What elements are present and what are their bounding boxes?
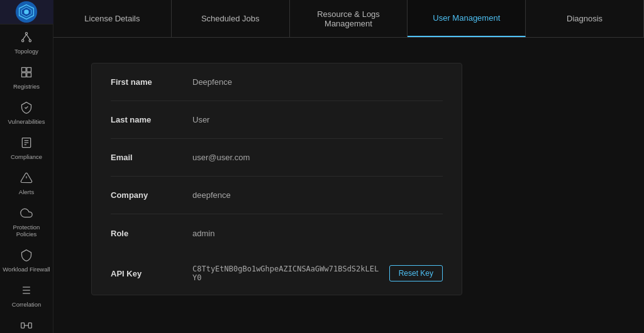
- field-label: Last name: [111, 115, 192, 124]
- sidebar: Topology Registries Vulnerabilities Comp…: [0, 0, 53, 333]
- field-value: User: [192, 115, 443, 124]
- sidebar-item-label: Vulnerabilities: [8, 118, 45, 125]
- svg-rect-10: [27, 73, 31, 77]
- field-value: Deepfence: [192, 77, 443, 87]
- field-label: Company: [111, 190, 192, 200]
- field-label: Role: [111, 229, 192, 238]
- tab-resource-logs[interactable]: Resource & Logs Management: [290, 0, 408, 37]
- alerts-icon: [20, 172, 33, 186]
- workload-firewall-icon: [20, 249, 33, 263]
- svg-rect-20: [21, 323, 25, 328]
- sidebar-item-vulnerabilities[interactable]: Vulnerabilities: [0, 95, 53, 130]
- field-row-role: Role admin: [111, 214, 443, 252]
- field-label: First name: [111, 77, 192, 87]
- field-value: deepfence: [192, 190, 443, 200]
- field-label: Email: [111, 153, 192, 162]
- main-content: License DetailsScheduled JobsResource & …: [53, 0, 644, 333]
- sidebar-item-alerts[interactable]: Alerts: [0, 165, 53, 200]
- sidebar-item-label: Protection Policies: [3, 224, 50, 237]
- api-key-label: API Key: [111, 269, 192, 278]
- reset-key-button[interactable]: Reset Key: [389, 265, 443, 281]
- content-area: First name Deepfence Last name User Emai…: [53, 38, 644, 333]
- tab-bar: License DetailsScheduled JobsResource & …: [53, 0, 644, 38]
- sidebar-item-label: Correlation: [12, 301, 41, 308]
- sidebar-item-topology[interactable]: Topology: [0, 25, 53, 60]
- tab-diagnosis[interactable]: Diagnosis: [526, 0, 644, 37]
- svg-rect-8: [27, 68, 31, 72]
- field-row-last-name: Last name User: [111, 101, 443, 139]
- tab-scheduled-jobs[interactable]: Scheduled Jobs: [172, 0, 290, 37]
- field-row-first-name: First name Deepfence: [111, 63, 443, 101]
- integrations-icon: [20, 319, 33, 333]
- svg-point-3: [22, 40, 24, 41]
- svg-rect-7: [22, 68, 26, 72]
- logo: [0, 0, 53, 25]
- compliance-icon: [20, 136, 33, 151]
- svg-rect-9: [22, 73, 26, 77]
- registries-icon: [20, 66, 33, 80]
- api-key-row: API Key C8TtyEtNB0gBo1wGhpeAZICNSAaGWw71…: [111, 252, 443, 295]
- sidebar-item-integrations[interactable]: Integrations: [0, 313, 53, 333]
- field-row-company: Company deepfence: [111, 177, 443, 214]
- svg-point-2: [25, 33, 27, 35]
- sidebar-item-compliance[interactable]: Compliance: [0, 130, 53, 165]
- field-row-email: Email user@user.com: [111, 139, 443, 177]
- sidebar-item-workload-firewall[interactable]: Workload Firewall: [0, 243, 53, 278]
- svg-point-4: [29, 40, 31, 41]
- sidebar-item-correlation[interactable]: Correlation: [0, 278, 53, 313]
- user-card: First name Deepfence Last name User Emai…: [91, 63, 462, 295]
- vulnerabilities-icon: [20, 101, 33, 116]
- correlation-icon: [20, 284, 33, 298]
- field-value: admin: [192, 229, 443, 238]
- svg-line-5: [23, 35, 26, 40]
- svg-line-6: [26, 35, 30, 40]
- svg-rect-21: [28, 323, 31, 328]
- sidebar-item-label: Registries: [13, 83, 40, 90]
- svg-point-1: [24, 9, 29, 14]
- sidebar-item-protection-policies[interactable]: Protection Policies: [0, 200, 53, 243]
- sidebar-item-registries[interactable]: Registries: [0, 60, 53, 95]
- sidebar-item-label: Alerts: [19, 188, 34, 195]
- tab-user-management[interactable]: User Management: [408, 0, 526, 37]
- field-value: user@user.com: [192, 153, 443, 162]
- tab-license-details[interactable]: License Details: [53, 0, 172, 37]
- sidebar-item-label: Topology: [14, 48, 38, 55]
- sidebar-item-label: Workload Firewall: [3, 266, 50, 273]
- protection-policies-icon: [20, 207, 33, 221]
- topology-icon: [20, 31, 33, 45]
- sidebar-item-label: Compliance: [11, 153, 42, 160]
- api-key-value: C8TtyEtNB0gBo1wGhpeAZICNSAaGWw71BSdS2kLE…: [192, 265, 382, 282]
